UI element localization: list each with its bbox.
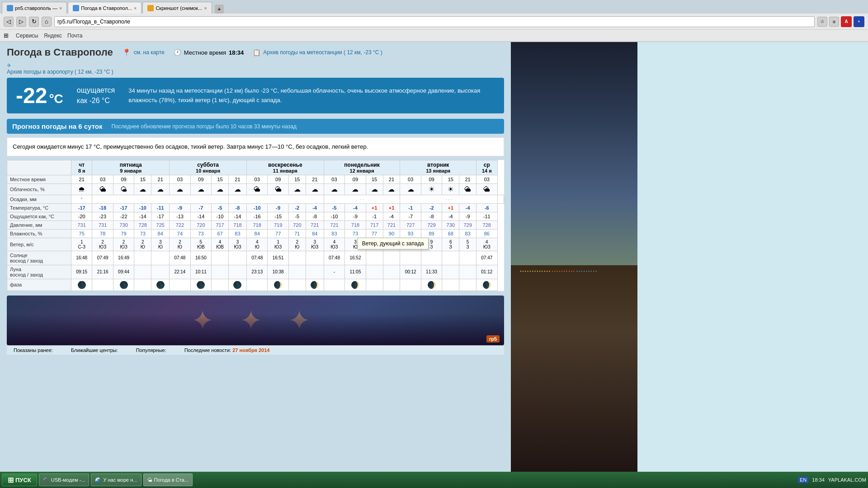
s6: 16:50 [190, 251, 211, 265]
s19 [442, 251, 459, 265]
pr10: 719 [268, 221, 288, 229]
ph21: 🌒 [476, 279, 497, 291]
c21: 🌥 [476, 183, 497, 195]
cloud-label: Облачность, % [7, 183, 71, 195]
tab-1-close[interactable]: × [59, 5, 62, 11]
tab-3[interactable]: Скриншот (снимок... × [142, 2, 212, 14]
h15: 77 [366, 229, 383, 238]
airport-link[interactable]: Архив погоды в аэропорту ( 12 км, -23 °С… [7, 69, 504, 75]
c1: 🌥 [92, 183, 113, 195]
sea-icon: 🌊 [95, 477, 101, 483]
feels-row: Ощущается как, °C -20 -23 -22 -14 -17 -1… [7, 212, 504, 221]
w1: 2ЮЗ [92, 238, 113, 251]
settings-button[interactable]: ≡ [829, 17, 839, 27]
apps-icon[interactable]: ⊞ [4, 32, 9, 39]
f17: -7 [400, 212, 421, 221]
t1: 03 [92, 175, 113, 183]
p5 [497, 195, 504, 203]
pr2: 730 [113, 221, 134, 229]
tab-2-close[interactable]: × [134, 5, 137, 11]
ph15 [366, 279, 383, 291]
s18 [421, 251, 442, 265]
start-button[interactable]: ⊞ ПУСК [2, 474, 37, 486]
s7 [212, 251, 229, 265]
forecast-summary: Сегодня ожидается минус 17 °С, преимущес… [7, 137, 504, 156]
s14: 16:52 [345, 251, 366, 265]
precip-label: Осадки, мм [7, 195, 71, 203]
table-header-row: чт8 я пятница9 января суббота10 января в… [7, 160, 504, 175]
forward-button[interactable]: ▷ [16, 17, 26, 27]
m10: 10:38 [268, 265, 288, 279]
taskbar-item-usb[interactable]: 🔌 USB-модем -... [39, 474, 90, 486]
ph9 [246, 279, 267, 291]
label-col-header [7, 160, 71, 175]
tab-2[interactable]: Погода в Ставропол... × [68, 2, 142, 14]
c7: ☁ [212, 183, 229, 195]
tab-2-title: Погода в Ставропол... [81, 5, 132, 11]
temp-row: Температура, °C -17 -18 -17 -10 -11 -9 -… [7, 203, 504, 212]
t5: 03 [170, 175, 190, 183]
home-button[interactable]: ⌂ [42, 17, 52, 27]
w12: 3ЮЗ [306, 238, 324, 251]
f7: -10 [212, 212, 229, 221]
s15: Ветер, дующий с запада [366, 251, 383, 265]
taskbar-sea-label: У нас море н... [103, 477, 137, 483]
sun-row: Солнцевосход / заход 16:48 07:49 16:49 0… [7, 251, 504, 265]
shown-label: Показаны ранее: [14, 347, 53, 353]
time-row: Местное время 21 03091521 03091521 03091… [7, 175, 504, 183]
new-tab-button[interactable]: + [215, 5, 224, 14]
temp19: +1 [442, 203, 459, 212]
w11: 2Ю [288, 238, 306, 251]
h3: 73 [134, 229, 151, 238]
p4: · · · [400, 195, 497, 203]
m17: 00:12 [400, 265, 421, 279]
back-button[interactable]: ◁ [4, 17, 14, 27]
s5: 07:48 [170, 251, 190, 265]
h8: 83 [228, 229, 246, 238]
side-image: ● ● ● ● ● ● ● ● ● ● ● ● ● ● ● ● ● ● ● ● … [511, 42, 637, 488]
tab-1-icon [7, 5, 13, 11]
news-date: 27 ноября 2014 [232, 347, 269, 353]
tab-3-title: Скриншот (снимок... [156, 5, 202, 11]
clock-icon: 🕐 [174, 49, 181, 56]
moon-label: Лунавосход / заход [7, 265, 71, 279]
bookmark-yandex[interactable]: Яндекс [44, 33, 62, 39]
reload-button[interactable]: ↻ [29, 17, 39, 27]
pr4: 725 [151, 221, 170, 229]
bookmark-servisy[interactable]: Сервисы [16, 33, 38, 39]
tab-1[interactable]: рп5.ставрополь — × [2, 2, 67, 14]
s9: 07:48 [246, 251, 267, 265]
main-content: Погода в Ставрополе 📍 см. на карте 🕐 Мес… [0, 42, 511, 488]
taskbar-right: EN 18:34 YAPLAKAL.COM [798, 477, 866, 483]
address-bar[interactable] [54, 16, 815, 27]
m6: 10:11 [190, 265, 211, 279]
bookmark-pochta[interactable]: Почта [67, 33, 82, 39]
page-content: Погода в Ставрополе 📍 см. на карте 🕐 Мес… [0, 42, 868, 488]
h7: 67 [212, 229, 229, 238]
tab-3-close[interactable]: × [204, 5, 207, 11]
t20: 21 [459, 175, 476, 183]
star-button[interactable]: ☆ [817, 17, 827, 27]
c6: ☁ [190, 183, 211, 195]
taskbar-usb-label: USB-модем -... [51, 477, 85, 483]
plane-icon: ✈ [7, 62, 11, 69]
taskbar-item-sea[interactable]: 🌊 У нас море н... [91, 474, 141, 486]
day-thu: чт8 я [71, 160, 92, 175]
weather-table: чт8 я пятница9 января суббота10 января в… [7, 160, 504, 291]
tab-2-icon [73, 5, 79, 11]
map-link[interactable]: см. на карте [134, 49, 165, 56]
day-wed: ср14 я [476, 160, 497, 175]
m0: 09:15 [71, 265, 92, 279]
f13: -10 [324, 212, 344, 221]
forecast-header: Прогноз погоды на 6 суток Последнее обно… [7, 119, 504, 134]
taskbar-item-weather[interactable]: 🌤 Погода в Ста... [143, 474, 193, 486]
s8 [228, 251, 246, 265]
t10: 09 [268, 175, 288, 183]
f0: -20 [71, 212, 92, 221]
temp-display: -22 °C [16, 83, 63, 108]
c20: 🌥 [459, 183, 476, 195]
m14: 11:05 [345, 265, 366, 279]
t9: 03 [246, 175, 267, 183]
archive-link[interactable]: Архив погоды на метеостанции ( 12 км, -2… [263, 49, 382, 56]
p0: * [71, 195, 92, 203]
